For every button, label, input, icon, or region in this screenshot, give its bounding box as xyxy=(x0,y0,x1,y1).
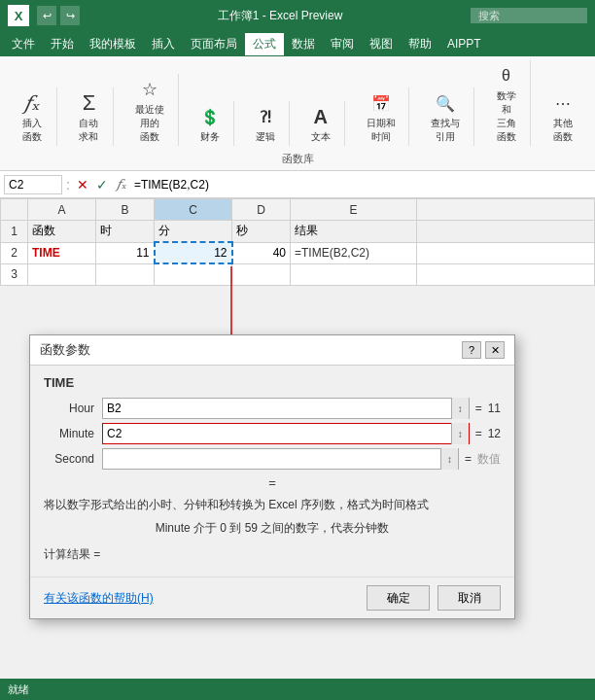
math-label: 数学和 三角函数 xyxy=(492,89,521,144)
menu-view[interactable]: 视图 xyxy=(362,33,401,55)
cell-c1[interactable]: 分 xyxy=(155,221,232,243)
title-bar-controls[interactable]: ↩ ↪ xyxy=(37,6,80,25)
text-icon: A xyxy=(307,103,334,130)
cell-d1[interactable]: 秒 xyxy=(232,221,291,243)
cell-b1[interactable]: 时 xyxy=(96,221,155,243)
minute-eq: = xyxy=(475,427,482,440)
cell-c3[interactable] xyxy=(155,263,232,285)
confirm-formula-button[interactable]: ✓ xyxy=(93,176,111,193)
cell-f1[interactable] xyxy=(417,221,595,243)
text-label: 文本 xyxy=(311,130,331,144)
menu-help[interactable]: 帮助 xyxy=(401,33,439,55)
second-input-wrap: ↕ xyxy=(102,448,459,470)
cell-a2[interactable]: TIME xyxy=(28,242,96,263)
col-header-a[interactable]: A xyxy=(28,199,96,221)
menu-data[interactable]: 数据 xyxy=(284,33,323,55)
cell-reference-input[interactable] xyxy=(4,175,62,194)
menu-pagelayout[interactable]: 页面布局 xyxy=(183,33,245,55)
redo-button[interactable]: ↪ xyxy=(60,6,80,25)
cell-c2[interactable]: 12 xyxy=(155,242,232,263)
minute-spin[interactable]: ↕ xyxy=(451,423,469,444)
minute-input[interactable] xyxy=(103,427,451,440)
ribbon-group-recent: ☆ 最近使用的 函数 xyxy=(122,74,178,146)
ribbon-group-label: 函数库 xyxy=(8,150,587,170)
text-button[interactable]: A 文本 xyxy=(303,101,338,146)
lookup-button[interactable]: 🔍 查找与引用 xyxy=(423,88,467,146)
datetime-button[interactable]: 📅 日期和时间 xyxy=(359,88,402,146)
second-label: Second xyxy=(44,452,102,466)
hour-input[interactable] xyxy=(103,402,451,415)
menu-templates[interactable]: 我的模板 xyxy=(82,33,144,55)
dialog-titlebar: 函数参数 ? ✕ xyxy=(30,335,514,366)
ribbon-group-finance: 💲 财务 xyxy=(187,101,234,146)
undo-button[interactable]: ↩ xyxy=(37,6,56,25)
cell-f3[interactable] xyxy=(417,263,595,285)
menu-aippt[interactable]: AIPPT xyxy=(439,34,489,53)
search-input[interactable] xyxy=(471,8,587,23)
dialog-cancel-button[interactable]: 取消 xyxy=(438,585,501,611)
ribbon-group-text: A 文本 xyxy=(298,101,345,146)
col-header-b[interactable]: B xyxy=(96,199,155,221)
menu-file[interactable]: 文件 xyxy=(4,33,43,55)
hour-spin[interactable]: ↕ xyxy=(451,398,469,419)
cell-a1[interactable]: 函数 xyxy=(28,221,96,243)
second-input[interactable] xyxy=(103,452,440,466)
recent-icon: ☆ xyxy=(136,76,163,103)
finance-button[interactable]: 💲 财务 xyxy=(192,101,228,146)
dialog-ok-button[interactable]: 确定 xyxy=(367,585,430,611)
second-spin[interactable]: ↕ xyxy=(440,448,458,470)
hour-input-wrap: ↕ xyxy=(102,398,470,419)
cell-e2[interactable]: =TIME(B2,C2) xyxy=(291,242,417,263)
dialog-footer: 有关该函数的帮助(H) 确定 取消 xyxy=(30,577,514,618)
hour-eq: = xyxy=(475,402,482,415)
recent-func-button[interactable]: ☆ 最近使用的 函数 xyxy=(127,74,171,146)
logic-button[interactable]: ⁈ 逻辑 xyxy=(248,101,283,146)
cell-d2[interactable]: 40 xyxy=(232,242,291,263)
cell-e3[interactable] xyxy=(291,263,417,285)
recent-label: 最近使用的 函数 xyxy=(131,103,167,144)
dialog-footer-buttons: 确定 取消 xyxy=(367,585,501,611)
spreadsheet: A B C D E 1 函数 时 分 秒 结果 2 TIME xyxy=(0,198,595,286)
menu-home[interactable]: 开始 xyxy=(43,33,82,55)
cell-a3[interactable] xyxy=(28,263,96,285)
col-header-d[interactable]: D xyxy=(232,199,291,221)
formula-bar: : ✕ ✓ 𝑓ₓ xyxy=(0,171,595,198)
formula-separator: : xyxy=(66,177,70,192)
math-button[interactable]: θ 数学和 三角函数 xyxy=(488,60,525,146)
dialog-help-link[interactable]: 有关该函数的帮助(H) xyxy=(44,590,154,607)
cancel-formula-button[interactable]: ✕ xyxy=(74,176,91,193)
cell-b3[interactable] xyxy=(96,263,155,285)
cell-f2[interactable] xyxy=(417,242,595,263)
dialog-close-button[interactable]: ✕ xyxy=(485,341,505,359)
col-header-c[interactable]: C xyxy=(155,199,232,221)
insert-function-button[interactable]: 𝑓ₓ 插入函数 xyxy=(14,88,51,146)
minute-param-row: Minute ↕ = 12 xyxy=(44,423,501,444)
second-value: 数值 xyxy=(477,451,501,468)
cell-e1[interactable]: 结果 xyxy=(291,221,417,243)
more-label: 其他函数 xyxy=(548,117,578,144)
formula-input[interactable] xyxy=(134,178,591,192)
ribbon-group-datetime: 📅 日期和时间 xyxy=(353,88,409,146)
col-header-row: A B C D E xyxy=(1,199,595,221)
autosum-button[interactable]: Σ 自动求和 xyxy=(71,88,108,146)
col-header-f[interactable] xyxy=(417,199,595,221)
cell-b2[interactable]: 11 xyxy=(96,242,155,263)
cell-d3[interactable] xyxy=(232,263,291,285)
menu-review[interactable]: 审阅 xyxy=(323,33,362,55)
formula-controls: ✕ ✓ 𝑓ₓ xyxy=(74,176,130,193)
ribbon-group-more: ⋯ 其他函数 xyxy=(539,88,587,146)
col-header-e[interactable]: E xyxy=(291,199,417,221)
logic-icon: ⁈ xyxy=(252,103,279,130)
more-button[interactable]: ⋯ 其他函数 xyxy=(544,88,581,146)
hour-value: 11 xyxy=(488,402,501,415)
ribbon: 𝑓ₓ 插入函数 Σ 自动求和 ☆ 最近使用的 函数 xyxy=(0,56,595,171)
second-param-row: Second ↕ = 数值 xyxy=(44,448,501,470)
menu-insert[interactable]: 插入 xyxy=(144,33,183,55)
row-2: 2 TIME 11 12 40 =TIME(B2,C2) xyxy=(1,242,595,263)
menu-formula[interactable]: 公式 xyxy=(245,33,284,55)
status-text: 就绪 xyxy=(8,682,29,697)
window-title: 工作簿1 - Excel Preview xyxy=(89,8,471,24)
dialog-help-button[interactable]: ? xyxy=(462,341,481,359)
more-icon: ⋯ xyxy=(549,89,577,117)
insert-func-formula-button[interactable]: 𝑓ₓ xyxy=(113,176,130,193)
